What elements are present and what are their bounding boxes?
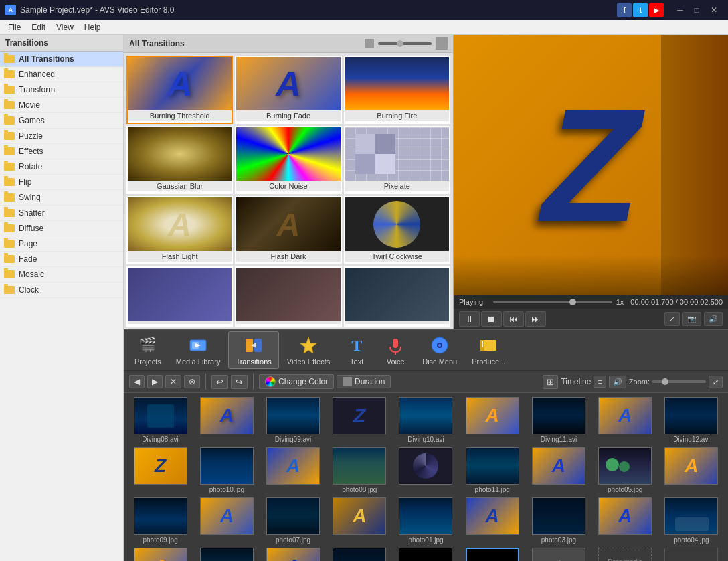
gallery-zoom-slider[interactable] [378,42,432,45]
media-item-photo04[interactable]: photo04.jpg [660,497,723,544]
snapshot-button[interactable]: 📷 [682,312,701,326]
volume-button[interactable]: 🔊 [704,312,723,326]
media-item-trans5[interactable]: Z [129,447,191,493]
sidebar-item-movie[interactable]: Movie [0,98,123,113]
redo-button[interactable]: ↪ [231,375,248,389]
media-item-photo08[interactable]: photo08.jpg [329,447,391,493]
maximize-button[interactable]: □ [689,4,705,16]
toolbar-btn-voice[interactable]: Voice [377,332,414,368]
minimize-button[interactable]: ─ [672,4,689,16]
transition-burning-fade[interactable]: A Burning Fade [235,56,341,124]
media-item-black[interactable] [395,548,457,561]
media-item-photo07[interactable]: photo07.jpg [262,497,324,544]
media-item-diving11[interactable]: Diving11.avi [527,397,589,443]
sidebar-item-enhanced[interactable]: Enhanced [0,67,123,82]
sidebar-item-all-transitions[interactable]: All Transitions [0,52,123,67]
menu-edit[interactable]: Edit [26,21,51,33]
stop-button[interactable]: ⏹ [481,311,502,327]
zoom-slider[interactable] [652,380,706,383]
toolbar-btn-transitions[interactable]: Transitions [228,331,278,369]
media-item-trans10[interactable]: A [195,497,258,544]
media-item-trans12[interactable]: A [461,497,523,544]
sidebar-item-flip[interactable]: Flip [0,175,123,190]
nav-back-button[interactable]: ◀ [129,375,145,388]
playback-progress[interactable] [493,301,612,303]
media-item-trans7[interactable] [395,447,457,493]
list-view-button[interactable]: ≡ [594,376,606,388]
sidebar-item-shatter[interactable]: Shatter [0,206,123,221]
pause-button[interactable]: ⏸ [459,311,480,327]
duration-button[interactable]: Duration [337,375,391,388]
media-item-photo02[interactable]: photo02.jpg [329,548,391,561]
expand-button[interactable]: ⤢ [709,376,723,388]
undo-button[interactable]: ↩ [211,375,228,389]
delete-button[interactable]: ✕ [165,375,181,388]
media-item-trans11[interactable]: A [329,497,391,544]
media-item-trans13[interactable]: A [594,497,656,544]
sidebar-item-games[interactable]: Games [0,113,123,129]
sidebar-item-rotate[interactable]: Rotate [0,159,123,175]
transition-pixelate[interactable]: Pixelate [344,126,450,194]
toolbar-btn-text[interactable]: T Text [338,332,375,368]
toolbar-btn-projects[interactable]: 🎬 Projects [128,332,168,368]
transition-partial-3[interactable] [344,266,450,327]
nav-forward-button[interactable]: ▶ [147,375,163,388]
transition-partial-2[interactable] [235,266,341,327]
menu-view[interactable]: View [51,21,79,33]
menu-help[interactable]: Help [79,21,106,33]
sidebar-item-puzzle[interactable]: Puzzle [0,129,123,144]
toolbar-btn-media-library[interactable]: Media Library [169,332,227,368]
media-item-trans14[interactable]: A [129,548,191,561]
media-item-photo03[interactable]: photo03.jpg [527,497,589,544]
prev-button[interactable]: ⏮ [503,311,524,327]
toolbar-btn-produce[interactable]: Produce... [465,332,512,368]
sidebar-item-mosaic[interactable]: Mosaic [0,267,123,283]
media-item-diving10[interactable]: Diving10.avi [395,397,457,443]
grid-view-button[interactable]: ⊞ [543,375,558,389]
close-button[interactable]: ✕ [705,4,723,16]
media-item-diving09[interactable]: Diving09.avi [262,397,324,443]
small-thumb-icon[interactable] [365,39,374,48]
toolbar-btn-video-effects[interactable]: Video Effects [280,332,337,368]
media-item-trans2[interactable]: Z [329,397,391,443]
media-item-selected-z[interactable]: (0, 0, 0) [461,548,523,561]
media-item-trans8[interactable]: A [527,447,589,493]
media-item-trans3[interactable]: A [461,397,523,443]
media-item-trans4[interactable]: A [594,397,656,443]
media-item-photo11[interactable]: photo11.jpg [461,447,523,493]
twitter-button[interactable]: t [633,3,648,17]
transition-color-noise[interactable]: Color Noise [235,126,341,194]
change-color-button[interactable]: Change Color [259,374,334,389]
media-item-photo10[interactable]: photo10.jpg [195,447,258,493]
volume-control-button[interactable]: 🔊 [609,376,626,388]
sidebar-item-swing[interactable]: Swing [0,190,123,206]
sidebar-item-transform[interactable]: Transform [0,82,123,98]
sidebar-item-diffuse[interactable]: Diffuse [0,221,123,236]
transition-burning-threshold[interactable]: A Burning Threshold [126,56,233,124]
media-item-photo01[interactable]: photo01.jpg [395,497,457,544]
sidebar-item-clock[interactable]: Clock [0,283,123,298]
media-item-trans15[interactable]: A [262,548,324,561]
media-item-diving08[interactable]: Diving08.avi [129,397,191,443]
toolbar-btn-disc-menu[interactable]: Disc Menu [416,332,464,368]
media-item-trans9[interactable]: A [660,447,723,493]
cancel-button[interactable]: ⊗ [184,375,200,388]
transition-flash-dark[interactable]: A Flash Dark [235,196,341,264]
facebook-button[interactable]: f [617,3,632,17]
sidebar-item-effects[interactable]: Effects [0,144,123,159]
transition-flash-light[interactable]: A Flash Light [126,196,233,264]
transition-partial-1[interactable] [126,266,233,327]
transition-burning-fire[interactable]: Burning Fire [344,56,450,124]
transition-twirl-clockwise[interactable]: Twirl Clockwise [344,196,450,264]
media-item-photo06[interactable]: photo06.jpg [195,548,258,561]
youtube-button[interactable]: ▶ [649,3,664,17]
media-item-photo05[interactable]: photo05.jpg [594,447,656,493]
menu-file[interactable]: File [3,21,26,33]
sidebar-item-page[interactable]: Page [0,236,123,252]
full-screen-button[interactable]: ⤢ [664,312,680,326]
media-item-trans6[interactable]: A [262,447,324,493]
large-thumb-icon[interactable] [436,37,448,50]
next-button[interactable]: ⏭ [525,311,546,327]
transition-gaussian-blur[interactable]: Gaussian Blur [126,126,233,194]
media-item-trans1[interactable]: A [195,397,258,443]
